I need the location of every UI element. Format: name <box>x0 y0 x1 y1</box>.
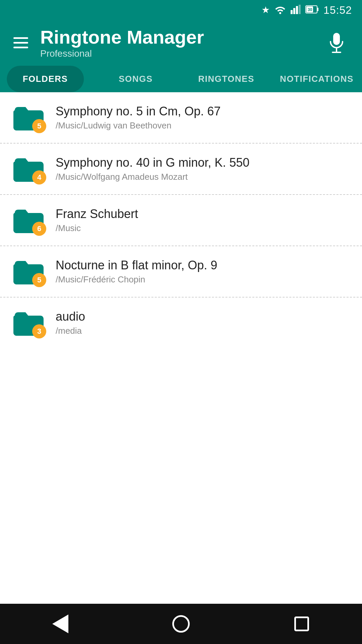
folder-name: Franz Schubert <box>56 207 138 221</box>
folder-text: Nocturne in B flat minor, Op. 9 /Music/F… <box>56 258 217 285</box>
svg-rect-3 <box>299 5 301 14</box>
folder-item[interactable]: 3 audio /media <box>0 298 362 348</box>
folder-name: Symphony no. 5 in Cm, Op. 67 <box>56 104 221 118</box>
status-bar: ★ 30 15:52 <box>0 0 362 20</box>
folder-count-badge: 6 <box>32 222 46 236</box>
recent-button[interactable] <box>288 610 315 637</box>
folder-item[interactable]: 6 Franz Schubert /Music <box>0 195 362 246</box>
folder-icon-wrap: 6 <box>13 207 44 233</box>
folder-text: Symphony no. 5 in Cm, Op. 67 /Music/Ludw… <box>56 104 221 131</box>
folder-item[interactable]: 5 Nocturne in B flat minor, Op. 9 /Music… <box>0 246 362 298</box>
folder-count-badge: 5 <box>32 119 46 133</box>
folder-list: 5 Symphony no. 5 in Cm, Op. 67 /Music/Lu… <box>0 92 362 348</box>
bottom-nav <box>0 604 362 644</box>
folder-text: audio /media <box>56 310 85 336</box>
folder-icon-wrap: 5 <box>13 258 44 284</box>
svg-rect-8 <box>333 33 340 45</box>
header-title-block: Ringtone Manager Professional <box>40 27 204 59</box>
home-button[interactable] <box>168 610 194 637</box>
tab-notifications[interactable]: NOTIFICATIONS <box>272 66 362 92</box>
back-button[interactable] <box>47 610 74 637</box>
battery-icon: 30 <box>305 5 319 15</box>
status-icons: ★ 30 15:52 <box>261 4 352 16</box>
signal-icon <box>291 5 301 16</box>
svg-text:30: 30 <box>308 7 312 12</box>
folder-path: /Music/Frédéric Chopin <box>56 274 217 285</box>
tab-songs[interactable]: SONGS <box>90 66 181 92</box>
folder-path: /Music/Ludwig van Beethoven <box>56 120 221 131</box>
content-area: 5 Symphony no. 5 in Cm, Op. 67 /Music/Lu… <box>0 92 362 604</box>
folder-path: /Music <box>56 223 138 233</box>
app-header: Ringtone Manager Professional <box>0 20 362 59</box>
tab-bar: FOLDERS SONGS RINGTONES NOTIFICATIONS <box>0 59 362 92</box>
header-left: Ringtone Manager Professional <box>13 27 204 59</box>
bluetooth-icon: ★ <box>261 5 270 15</box>
recent-icon <box>294 616 309 631</box>
svg-rect-1 <box>293 8 295 14</box>
folder-count-badge: 4 <box>32 170 46 184</box>
folder-name: Symphony no. 40 in G minor, K. 550 <box>56 156 249 170</box>
folder-count-badge: 3 <box>32 324 46 338</box>
svg-rect-0 <box>291 10 293 14</box>
back-icon <box>52 614 68 633</box>
folder-count-badge: 5 <box>32 273 46 287</box>
folder-icon-wrap: 3 <box>13 310 44 336</box>
tab-ringtones[interactable]: RINGTONES <box>181 66 272 92</box>
folder-text: Franz Schubert /Music <box>56 207 138 233</box>
folder-icon-wrap: 4 <box>13 156 44 182</box>
app-subtitle: Professional <box>40 48 204 59</box>
folder-name: audio <box>56 310 85 324</box>
folder-name: Nocturne in B flat minor, Op. 9 <box>56 258 217 272</box>
folder-icon-wrap: 5 <box>13 104 44 130</box>
wifi-icon <box>275 5 286 16</box>
home-icon <box>172 615 190 633</box>
folder-path: /Music/Wolfgang Amadeus Mozart <box>56 172 249 182</box>
svg-rect-5 <box>317 8 318 11</box>
mic-button[interactable] <box>324 31 349 55</box>
folder-text: Symphony no. 40 in G minor, K. 550 /Musi… <box>56 156 249 182</box>
folder-item[interactable]: 4 Symphony no. 40 in G minor, K. 550 /Mu… <box>0 144 362 195</box>
status-time: 15:52 <box>323 4 352 16</box>
tab-folders[interactable]: FOLDERS <box>0 66 90 92</box>
menu-button[interactable] <box>13 37 28 48</box>
folder-item[interactable]: 5 Symphony no. 5 in Cm, Op. 67 /Music/Lu… <box>0 92 362 144</box>
app-title: Ringtone Manager <box>40 27 204 48</box>
folder-path: /media <box>56 326 85 336</box>
svg-rect-2 <box>296 6 298 14</box>
